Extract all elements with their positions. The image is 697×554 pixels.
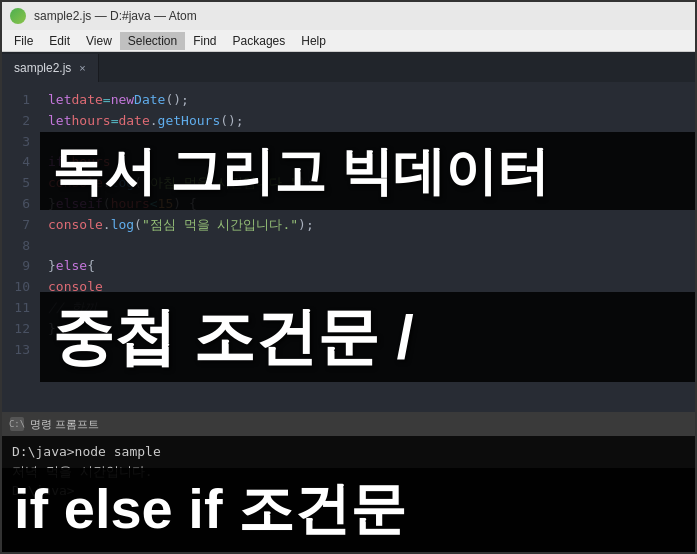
- menu-bar: File Edit View Selection Find Packages H…: [2, 30, 695, 52]
- terminal-icon: C:\: [10, 417, 24, 431]
- window-title: sample2.js — D:#java — Atom: [34, 9, 197, 23]
- menu-selection[interactable]: Selection: [120, 32, 185, 50]
- menu-edit[interactable]: Edit: [41, 32, 78, 50]
- terminal-line: D:\java>node sample: [12, 442, 685, 462]
- tab-label: sample2.js: [14, 61, 71, 75]
- terminal: C:\ 명령 프롬프트 D:\java>node sample저녁 먹을 시간입…: [2, 412, 695, 552]
- code-container[interactable]: 12345678910111213 let date = new Date();…: [2, 82, 695, 412]
- terminal-overlay: if else if 조건문: [2, 468, 695, 552]
- menu-help[interactable]: Help: [293, 32, 334, 50]
- title-bar: sample2.js — D:#java — Atom: [2, 2, 695, 30]
- code-content[interactable]: let date = new Date();let hours = date.g…: [40, 82, 695, 412]
- terminal-title: 명령 프롬프트: [30, 417, 99, 432]
- atom-icon: [10, 8, 26, 24]
- menu-view[interactable]: View: [78, 32, 120, 50]
- menu-find[interactable]: Find: [185, 32, 224, 50]
- window-frame: sample2.js — D:#java — Atom File Edit Vi…: [0, 0, 697, 554]
- tab-bar: sample2.js ×: [2, 52, 695, 82]
- menu-file[interactable]: File: [6, 32, 41, 50]
- tab-sample2[interactable]: sample2.js ×: [2, 54, 99, 82]
- line-numbers: 12345678910111213: [2, 82, 40, 412]
- menu-packages[interactable]: Packages: [225, 32, 294, 50]
- editor-area: sample2.js × 12345678910111213 let date …: [2, 52, 695, 412]
- terminal-title-bar: C:\ 명령 프롬프트: [2, 412, 695, 436]
- tab-close-button[interactable]: ×: [79, 62, 85, 74]
